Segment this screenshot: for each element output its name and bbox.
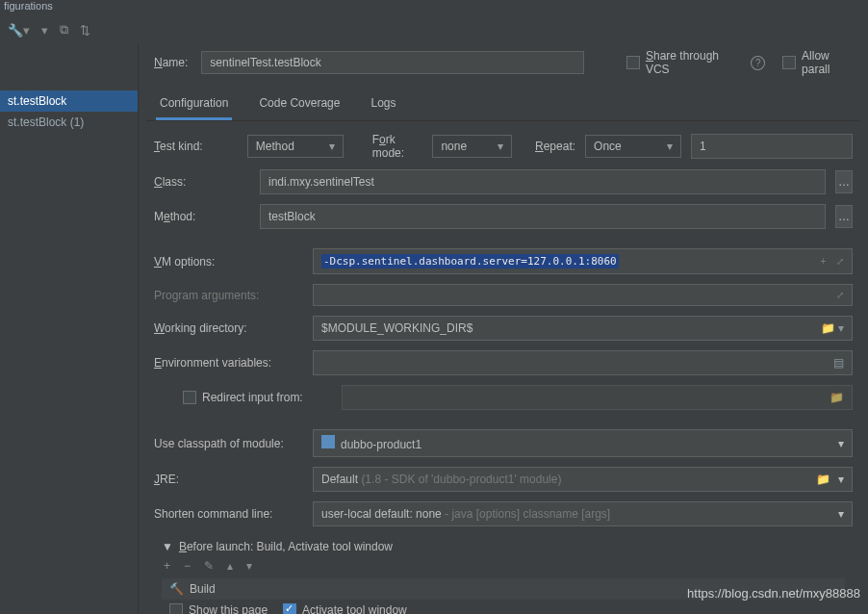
up-icon[interactable]: ▴ bbox=[227, 559, 233, 573]
name-label: Name: bbox=[154, 56, 188, 69]
method-label: Method: bbox=[154, 210, 250, 223]
expand-icon[interactable]: ⤢ bbox=[836, 290, 844, 300]
classpath-label: Use classpath of module: bbox=[154, 437, 303, 450]
sidebar-item-testblock[interactable]: st.testBlock bbox=[0, 90, 138, 112]
list-icon[interactable]: ▤ bbox=[833, 356, 844, 370]
window-title: figurations bbox=[0, 0, 868, 17]
repeat-label: Repeat: bbox=[535, 140, 575, 153]
program-args-label: Program arguments: bbox=[154, 289, 303, 302]
plus-icon[interactable]: + bbox=[820, 256, 826, 267]
caret-down-icon[interactable]: ▾ bbox=[41, 23, 48, 38]
sort-icon[interactable]: ⇅ bbox=[80, 23, 90, 38]
folder-icon: 📁 bbox=[830, 391, 844, 404]
tab-code-coverage[interactable]: Code Coverage bbox=[255, 87, 344, 120]
watermark: https://blog.csdn.net/mxy88888 bbox=[687, 586, 860, 601]
run-config-list: st.testBlock st.testBlock (1) bbox=[0, 42, 139, 614]
activate-tool-checkbox[interactable]: Activate tool window bbox=[283, 603, 407, 614]
working-dir-input[interactable]: $MODULE_WORKING_DIR$ 📁 ▾ bbox=[313, 316, 853, 341]
method-input[interactable] bbox=[260, 204, 826, 229]
repeat-select[interactable]: Once▾ bbox=[585, 135, 681, 158]
jre-label: JRE: bbox=[154, 473, 303, 486]
class-input[interactable] bbox=[260, 169, 826, 194]
toolbar: 🔧▾ ▾ ⧉ ⇅ bbox=[0, 17, 868, 42]
program-args-input[interactable]: ⤢ bbox=[313, 284, 853, 306]
module-icon bbox=[321, 435, 335, 448]
redirect-input-field: 📁 bbox=[342, 385, 853, 410]
classpath-select[interactable]: dubbo-product1 ▾ bbox=[313, 429, 853, 457]
show-page-checkbox[interactable]: Show this page bbox=[169, 603, 268, 614]
repeat-count-input[interactable] bbox=[691, 134, 853, 159]
class-browse-button[interactable]: … bbox=[835, 170, 853, 193]
vm-options-label: VM options: bbox=[154, 255, 303, 269]
tabs: Configuration Code Coverage Logs bbox=[146, 87, 860, 121]
name-input[interactable] bbox=[201, 51, 584, 74]
working-dir-label: Working directory: bbox=[154, 321, 303, 335]
hammer-icon: 🔨 bbox=[169, 582, 184, 596]
add-icon[interactable]: + bbox=[164, 559, 170, 573]
test-kind-label: Test kind: bbox=[154, 140, 238, 153]
fork-mode-select[interactable]: none▾ bbox=[432, 135, 512, 158]
shorten-select[interactable]: user-local default: none - java [options… bbox=[313, 501, 853, 526]
help-icon[interactable]: ? bbox=[751, 56, 765, 70]
tab-logs[interactable]: Logs bbox=[367, 87, 399, 120]
class-label: Class: bbox=[154, 175, 250, 189]
share-vcs-checkbox[interactable]: Share through VCS ? bbox=[626, 49, 765, 76]
collapse-icon[interactable]: ▼ bbox=[162, 540, 173, 553]
edit-icon[interactable]: ✎ bbox=[204, 559, 214, 573]
before-launch-header: Before launch: Build, Activate tool wind… bbox=[179, 540, 393, 553]
sidebar-item-testblock-1[interactable]: st.testBlock (1) bbox=[0, 112, 138, 133]
fork-mode-label: Fork mode: bbox=[372, 133, 423, 160]
vm-options-input[interactable]: -Dcsp.sentinel.dashboard.server=127.0.0.… bbox=[313, 248, 853, 274]
folder-icon[interactable]: 📁 bbox=[816, 473, 830, 486]
folder-icon[interactable]: 📁 ▾ bbox=[821, 321, 844, 335]
env-vars-input[interactable]: ▤ bbox=[313, 350, 853, 375]
copy-icon[interactable]: ⧉ bbox=[60, 22, 68, 38]
redirect-input-checkbox[interactable]: Redirect input from: bbox=[183, 391, 332, 404]
expand-icon[interactable]: ⤢ bbox=[836, 256, 844, 267]
wrench-icon[interactable]: 🔧▾ bbox=[8, 23, 30, 38]
jre-select[interactable]: Default (1.8 - SDK of 'dubbo-product1' m… bbox=[313, 467, 853, 492]
remove-icon[interactable]: − bbox=[184, 559, 191, 573]
tab-configuration[interactable]: Configuration bbox=[156, 87, 232, 120]
method-browse-button[interactable]: … bbox=[835, 205, 853, 228]
allow-parallel-checkbox[interactable]: Allow parall bbox=[782, 49, 860, 76]
shorten-label: Shorten command line: bbox=[154, 507, 303, 521]
test-kind-select[interactable]: Method▾ bbox=[247, 135, 344, 158]
down-icon[interactable]: ▾ bbox=[246, 559, 252, 573]
env-vars-label: Environment variables: bbox=[154, 356, 303, 370]
